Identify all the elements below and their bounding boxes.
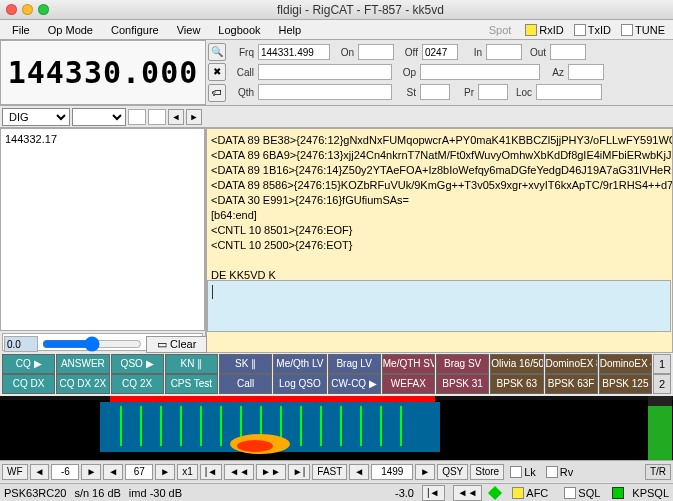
waterfall-display[interactable]: [0, 396, 673, 460]
submode-select[interactable]: [72, 108, 126, 126]
frequency-display[interactable]: 144330.000: [0, 40, 206, 105]
in-field[interactable]: [486, 44, 522, 60]
list-item[interactable]: 144332.17: [5, 133, 200, 145]
tr-button[interactable]: T/R: [645, 464, 671, 480]
level-slider[interactable]: [42, 337, 142, 351]
macro-logqso[interactable]: Log QSO: [273, 374, 326, 394]
macro-call[interactable]: Call: [219, 374, 272, 394]
pr-field[interactable]: [478, 84, 508, 100]
txid-toggle[interactable]: TxID: [570, 24, 615, 36]
az-field[interactable]: [568, 64, 604, 80]
next-1-button[interactable]: ►: [81, 464, 101, 480]
freq-next[interactable]: ►: [415, 464, 435, 480]
pr-label: Pr: [452, 87, 476, 98]
tag-icon[interactable]: 🏷: [208, 84, 226, 102]
search-icon[interactable]: 🔍: [208, 43, 226, 61]
call-field[interactable]: [258, 64, 392, 80]
macro-kn[interactable]: KN ∥: [165, 354, 218, 374]
sql-toggle[interactable]: SQL: [560, 487, 604, 499]
menu-spot[interactable]: Spot: [481, 22, 520, 38]
macro-answer[interactable]: ANSWER: [56, 354, 109, 374]
next-2-button[interactable]: ►: [155, 464, 175, 480]
macro-row-2: CQ DX CQ DX 2X CQ 2X CPS Test Call Log Q…: [0, 374, 673, 394]
tx-text-area[interactable]: [207, 280, 671, 332]
menu-help[interactable]: Help: [271, 22, 310, 38]
zoom-x1[interactable]: x1: [177, 464, 198, 480]
macro-cqdx2x[interactable]: CQ DX 2X: [56, 374, 109, 394]
off-field[interactable]: [422, 44, 458, 60]
tiny-field-1[interactable]: [128, 109, 146, 125]
speed-button[interactable]: FAST: [312, 464, 347, 480]
tune-toggle[interactable]: TUNE: [617, 24, 669, 36]
tiny-field-2[interactable]: [148, 109, 166, 125]
qth-field[interactable]: [258, 84, 392, 100]
svg-rect-16: [380, 406, 382, 446]
menu-opmode[interactable]: Op Mode: [40, 22, 101, 38]
macro-bpsk63f[interactable]: BPSK 63F: [545, 374, 598, 394]
menu-view[interactable]: View: [169, 22, 209, 38]
macro-sk[interactable]: SK ∥: [219, 354, 272, 374]
zoom-button[interactable]: [38, 4, 49, 15]
macro-cpstest[interactable]: CPS Test: [165, 374, 218, 394]
menu-logbook[interactable]: Logbook: [210, 22, 268, 38]
macro-wefax[interactable]: WEFAX: [382, 374, 435, 394]
macro-cq2x[interactable]: CQ 2X: [111, 374, 164, 394]
freq-prev[interactable]: ◄: [349, 464, 369, 480]
qsy-button[interactable]: QSY: [437, 464, 468, 480]
op-label: Op: [394, 67, 418, 78]
prev-2-button[interactable]: ◄: [103, 464, 123, 480]
minimize-button[interactable]: [22, 4, 33, 15]
slider-value[interactable]: [4, 336, 38, 352]
wf-freq[interactable]: [371, 464, 413, 480]
macro-cwcq[interactable]: CW-CQ ▶: [328, 374, 381, 394]
menu-file[interactable]: File: [4, 22, 38, 38]
nav-prev[interactable]: ◄◄: [224, 464, 254, 480]
status-imd: imd -30 dB: [129, 487, 182, 499]
mode-select[interactable]: DIG: [2, 108, 70, 126]
macro-bpsk31[interactable]: BPSK 31: [436, 374, 489, 394]
macro-bank-2[interactable]: 2: [653, 374, 671, 394]
macro-meqth-sv[interactable]: Me/QTH SV: [382, 354, 435, 374]
macro-bpsk63[interactable]: BPSK 63: [490, 374, 543, 394]
macro-brag-sv[interactable]: Brag SV: [436, 354, 489, 374]
rxid-toggle[interactable]: RxID: [521, 24, 567, 36]
svg-rect-8: [220, 406, 222, 446]
out-field[interactable]: [550, 44, 586, 60]
macro-domex4[interactable]: DominoEX 4: [599, 354, 652, 374]
squelch-indicator: [612, 487, 624, 499]
clear-icon[interactable]: ✖: [208, 63, 226, 81]
nav-first[interactable]: |◄: [200, 464, 223, 480]
wf-mode-button[interactable]: WF: [2, 464, 28, 480]
menu-configure[interactable]: Configure: [103, 22, 167, 38]
prev-1-button[interactable]: ◄: [30, 464, 50, 480]
frq-field[interactable]: [258, 44, 330, 60]
macro-bank-1[interactable]: 1: [653, 354, 671, 374]
frequency-browser[interactable]: 144332.17: [0, 128, 205, 331]
stat-prev[interactable]: ◄◄: [453, 485, 483, 501]
afc-toggle[interactable]: AFC: [508, 487, 552, 499]
op-field[interactable]: [420, 64, 540, 80]
rv-toggle[interactable]: Rv: [542, 466, 577, 478]
macro-domex8[interactable]: DominoEX 8: [545, 354, 598, 374]
macro-cq[interactable]: CQ ▶: [2, 354, 55, 374]
store-button[interactable]: Store: [470, 464, 504, 480]
macro-meqth-lv[interactable]: Me/Qth LV: [273, 354, 326, 374]
macro-qso[interactable]: QSO ▶: [111, 354, 164, 374]
macro-olivia[interactable]: Olivia 16/500: [490, 354, 543, 374]
right-arrow-icon[interactable]: ►: [186, 109, 202, 125]
stat-first[interactable]: |◄: [422, 485, 445, 501]
nav-next[interactable]: ►►: [256, 464, 286, 480]
loc-field[interactable]: [536, 84, 602, 100]
lk-toggle[interactable]: Lk: [506, 466, 540, 478]
macro-bpsk125[interactable]: BPSK 125: [599, 374, 652, 394]
macro-cqdx[interactable]: CQ DX: [2, 374, 55, 394]
nav-last[interactable]: ►|: [288, 464, 311, 480]
macro-brag-lv[interactable]: Brag LV: [328, 354, 381, 374]
clear-button[interactable]: ▭ Clear: [146, 336, 207, 353]
close-button[interactable]: [6, 4, 17, 15]
wf-val1[interactable]: [51, 464, 79, 480]
wf-val2[interactable]: [125, 464, 153, 480]
on-field[interactable]: [358, 44, 394, 60]
left-arrow-icon[interactable]: ◄: [168, 109, 184, 125]
st-field[interactable]: [420, 84, 450, 100]
